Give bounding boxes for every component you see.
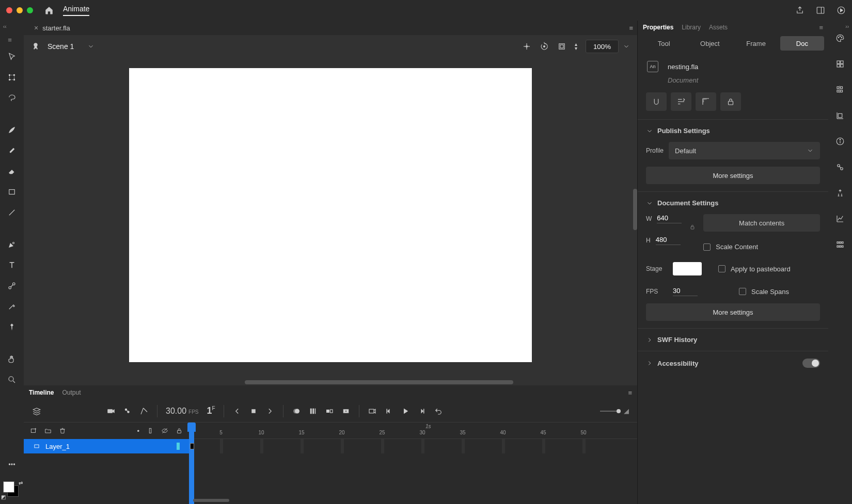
document-settings-header[interactable]: Document Settings [646,199,820,207]
maximize-window-button[interactable] [27,7,33,13]
scene-name[interactable]: Scene 1 [48,42,74,51]
step-forward-icon[interactable] [417,407,427,416]
center-stage-icon[interactable] [522,42,531,51]
stage-canvas[interactable] [129,68,532,362]
step-back-icon[interactable] [384,407,393,416]
hand-tool[interactable] [4,351,20,367]
workspace-icon[interactable] [816,6,825,15]
clip-stage-icon[interactable] [557,42,566,51]
snap-button[interactable] [646,92,667,111]
current-frame[interactable]: 1 [207,405,212,416]
rectangle-tool[interactable] [4,184,20,200]
swatches-panel-icon[interactable] [833,57,847,71]
timeline-menu-icon[interactable]: ≡ [628,389,632,397]
camera-icon[interactable] [106,407,116,416]
publish-settings-header[interactable]: Publish Settings [646,127,820,135]
info-panel-icon[interactable] [833,134,847,149]
scene-dropdown-icon[interactable] [87,43,94,50]
lasso-tool[interactable] [4,90,20,106]
undo-loop-icon[interactable] [434,407,443,416]
timeline-zoom-slider[interactable] [600,411,621,412]
file-tab[interactable]: × starter.fla [29,22,75,34]
stroke-panel-icon[interactable] [833,186,847,200]
properties-menu-icon[interactable]: ≡ [819,24,823,31]
history-panel-icon[interactable] [833,160,847,174]
scale-spans-checkbox[interactable] [739,288,746,295]
expand-left-icon[interactable]: ‹‹ [3,24,7,29]
new-layer-icon[interactable] [30,427,37,434]
swf-history-header[interactable]: SWF History [646,336,820,344]
fill-color-swatch[interactable] [3,481,14,493]
outline-layer-icon[interactable] [147,427,154,435]
publish-more-settings-button[interactable]: More settings [646,167,820,184]
tab-timeline[interactable]: Timeline [29,389,54,396]
width-input[interactable]: 640 [657,214,682,223]
playhead[interactable] [189,422,194,504]
tab-output[interactable]: Output [62,389,81,396]
layer-depth-icon[interactable] [123,407,132,416]
layer-row[interactable]: Layer_1 [24,439,189,453]
chart-panel-icon[interactable] [833,212,847,226]
align-panel-icon[interactable] [833,83,847,97]
edit-multiple-frames-icon[interactable] [308,407,318,416]
zoom-stepper-icon[interactable]: ▴▾ [575,42,577,51]
brush-tool[interactable] [4,143,20,158]
timeline-resize-icon[interactable]: ◢ [624,407,629,415]
highlight-layer-icon[interactable]: • [137,427,139,435]
share-icon[interactable] [795,6,804,15]
insert-frame-icon[interactable] [341,407,351,416]
fps-value[interactable]: 30.00 [166,407,186,416]
tab-bar-menu-icon[interactable]: ≡ [629,24,633,32]
color-swatches[interactable]: ⇄ ◩ [3,481,21,499]
lock-layer-icon[interactable] [176,427,183,435]
eraser-tool[interactable] [4,164,20,179]
scene-icon[interactable] [31,42,40,51]
link-dimensions-icon[interactable] [689,223,696,231]
layer-parenting-icon[interactable] [139,407,149,416]
eyedropper-tool[interactable] [4,299,20,314]
stage-color-swatch[interactable] [673,262,702,275]
ruler-button[interactable] [696,92,716,111]
ctx-tab-doc[interactable]: Doc [780,36,824,51]
frames-hscrollbar[interactable] [193,499,229,502]
play-button-icon[interactable] [401,407,410,416]
layers-view-icon[interactable] [32,407,41,416]
tab-assets[interactable]: Assets [709,24,728,31]
bone-tool[interactable] [4,278,20,294]
stop-icon[interactable] [249,407,258,416]
app-name[interactable]: Animate [63,5,89,16]
ctx-tab-tool[interactable]: Tool [642,36,686,51]
ctx-tab-frame[interactable]: Frame [734,36,778,51]
fluid-brush-tool[interactable] [4,122,20,138]
profile-select[interactable]: Default [669,142,820,159]
stage-area[interactable] [24,58,637,385]
apply-pasteboard-checkbox[interactable] [718,265,725,272]
stage-hscrollbar[interactable] [245,380,513,384]
hide-layer-icon[interactable] [161,427,168,435]
toolbar-menu-icon[interactable]: ≡ [8,36,12,44]
accessibility-header[interactable]: Accessibility [646,360,699,367]
loop-icon[interactable] [368,407,377,416]
free-transform-tool[interactable] [4,70,20,85]
delete-layer-icon[interactable] [59,427,66,434]
more-tools-icon[interactable] [4,457,20,472]
stage-vscrollbar[interactable] [633,189,637,230]
accessibility-toggle[interactable] [802,359,820,368]
default-colors-icon[interactable]: ◩ [1,494,6,500]
play-icon[interactable] [837,6,846,15]
close-tab-icon[interactable]: × [34,24,38,32]
timeline-ruler[interactable]: 1s 5 10 15 20 25 30 35 40 45 50 [189,422,637,439]
frames-row[interactable] [189,439,637,453]
pin-tool[interactable] [4,319,20,335]
line-tool[interactable] [4,205,20,220]
match-contents-button[interactable]: Match contents [703,214,820,232]
next-keyframe-icon[interactable] [265,407,275,416]
close-window-button[interactable] [6,7,12,13]
components-panel-icon[interactable] [833,237,847,252]
ctx-tab-object[interactable]: Object [688,36,732,51]
scale-content-checkbox[interactable] [703,243,711,251]
zoom-input[interactable] [586,40,619,53]
expand-right-icon[interactable]: ›› [845,24,849,29]
swap-colors-icon[interactable]: ⇄ [19,480,23,486]
home-icon[interactable] [44,6,54,15]
